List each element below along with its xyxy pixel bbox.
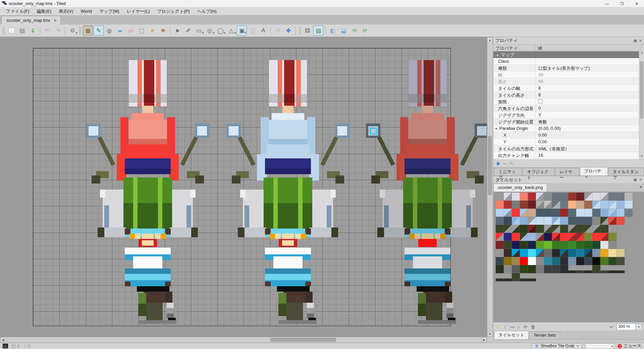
tileset-tile[interactable]: [544, 193, 552, 201]
shoebox-tile-grab-button[interactable]: ⊞ ShoeBox Tile Grab ▼: [532, 343, 582, 349]
tileset-tile[interactable]: [528, 241, 536, 249]
tileset-tile[interactable]: [625, 209, 633, 217]
tileset-tile[interactable]: [560, 241, 568, 249]
zoom-dropdown-icon[interactable]: ▼: [636, 323, 642, 330]
bucket-fill-tool-icon[interactable]: ◍: [104, 26, 114, 36]
tileset-tile[interactable]: [504, 209, 512, 217]
tileset-tile[interactable]: [552, 241, 560, 249]
terrain-brush-tool-icon[interactable]: ✎: [94, 26, 104, 36]
tileset-tile[interactable]: [512, 241, 520, 249]
flip-horizontal-button-icon[interactable]: ◧: [328, 26, 338, 36]
tileset-tile[interactable]: [528, 225, 536, 233]
property-row-4[interactable]: タイルの幅8: [493, 85, 644, 92]
tileset-tile[interactable]: [544, 265, 552, 273]
save-button-icon[interactable]: ⇓: [28, 26, 38, 36]
tileset-tile[interactable]: [560, 265, 568, 273]
rotate-left-button-icon[interactable]: ⟲: [349, 26, 359, 36]
tileset-tile[interactable]: [536, 193, 544, 201]
tileset-tile[interactable]: [536, 201, 544, 209]
tileset-tile[interactable]: [625, 201, 633, 209]
tileset-tile[interactable]: [616, 209, 625, 217]
tileset-tile[interactable]: [584, 209, 592, 217]
tileset-tile[interactable]: [560, 233, 568, 241]
float-panel-icon[interactable]: ▣: [633, 39, 637, 43]
minimize-button[interactable]: —: [600, 0, 614, 7]
tileset-tile[interactable]: [552, 209, 560, 217]
edit-property-button[interactable]: ✎: [509, 161, 514, 166]
insert-tile-tool-icon[interactable]: ▣▼: [237, 26, 247, 36]
tileset-tile[interactable]: [600, 257, 608, 265]
tileset-tile[interactable]: [592, 201, 600, 209]
tileset-tile[interactable]: [560, 225, 568, 233]
dock-tab-1[interactable]: オブジェクト: [523, 168, 554, 176]
tileset-tile[interactable]: [528, 249, 536, 257]
properties-scrollbar[interactable]: ▲▼: [639, 51, 644, 159]
edit-polygons-tool-icon[interactable]: ✐: [183, 26, 193, 36]
tileset-tile[interactable]: [520, 193, 528, 201]
tileset-tile[interactable]: [496, 265, 504, 273]
tileset-tile[interactable]: [504, 193, 512, 201]
hscroll-thumb[interactable]: [270, 338, 336, 342]
tileset-tile[interactable]: [584, 249, 592, 257]
tileset-tile[interactable]: [520, 241, 528, 249]
tileset-tile[interactable]: [584, 241, 592, 249]
toolbar-drag-handle[interactable]: [299, 27, 301, 35]
property-row-6[interactable]: 無限: [493, 98, 644, 105]
tileset-view[interactable]: [493, 192, 644, 322]
tileset-tile[interactable]: [520, 209, 528, 217]
tileset-tile[interactable]: [544, 201, 552, 209]
tileset-tile[interactable]: [528, 257, 536, 265]
close-panel-icon[interactable]: ✕: [639, 39, 642, 43]
tileset-tile[interactable]: [608, 270, 616, 273]
tileset-tile[interactable]: [520, 233, 528, 241]
tileset-tile[interactable]: [528, 217, 536, 225]
insert-rectangle-tool-icon[interactable]: ▭▼: [194, 26, 204, 36]
tileset-tile[interactable]: [496, 279, 504, 281]
tileset-tile[interactable]: [616, 193, 625, 201]
dock-tab-3[interactable]: プロパティ: [580, 167, 608, 176]
tileset-tile[interactable]: [576, 209, 584, 217]
vscroll-thumb[interactable]: [488, 136, 492, 195]
tileset-tile[interactable]: [625, 193, 633, 201]
tileset-tile[interactable]: [512, 201, 520, 209]
toolbar-drag-handle[interactable]: [2, 27, 5, 35]
tileset-tile[interactable]: [584, 257, 592, 265]
same-tile-select-tool-icon[interactable]: ❖: [158, 26, 168, 36]
tileset-tile[interactable]: [600, 241, 608, 249]
menu-item-6[interactable]: プロジェクト(P): [154, 7, 193, 15]
tileset-tile[interactable]: [560, 201, 568, 209]
tileset-tile[interactable]: [576, 201, 584, 209]
property-row-1[interactable]: 種類口型タイル(長方形マップ): [493, 65, 644, 71]
tileset-tile[interactable]: [496, 249, 504, 257]
tileset-tile[interactable]: [584, 201, 592, 209]
dock-tab-4[interactable]: タイルスタンプ: [608, 168, 644, 176]
scroll-down-icon[interactable]: ▼: [487, 332, 492, 337]
tileset-tile[interactable]: [504, 217, 512, 225]
tileset-tile[interactable]: [544, 225, 552, 233]
tileset-tile[interactable]: [568, 201, 576, 209]
magic-wand-tool-icon[interactable]: ✶: [147, 26, 157, 36]
tileset-tile[interactable]: [584, 233, 592, 241]
flip-vertical-button-icon[interactable]: ⬓: [338, 26, 348, 36]
stamp-brush-tool-icon[interactable]: ▦: [83, 26, 93, 36]
tileset-tile[interactable]: [512, 225, 520, 233]
tileset-tile[interactable]: [552, 249, 560, 257]
tileset-tile[interactable]: [520, 217, 528, 225]
tileset-tile[interactable]: [496, 217, 504, 225]
canvas-horizontal-scrollbar[interactable]: ◀ ▶: [0, 337, 487, 343]
property-row-5[interactable]: タイルの高さ8: [493, 92, 644, 98]
tileset-tile[interactable]: [560, 193, 568, 201]
tileset-tile[interactable]: [520, 201, 528, 209]
tileset-tile[interactable]: [592, 209, 600, 217]
tileset-tile[interactable]: [608, 233, 616, 241]
tileset-file-tab[interactable]: scooter_only_bank.png: [493, 184, 547, 192]
tileset-close-icon[interactable]: ✕: [639, 178, 642, 182]
tileset-tile[interactable]: [504, 257, 512, 265]
eraser-tool-icon[interactable]: ▱: [126, 26, 136, 36]
tileset-tile[interactable]: [592, 225, 600, 233]
property-row-12[interactable]: Y0.00: [493, 139, 644, 145]
tileset-tile[interactable]: [496, 201, 504, 209]
random-mode-button-icon[interactable]: ⚄: [303, 26, 313, 36]
canvas-vertical-scrollbar[interactable]: ▲ ▼: [487, 37, 493, 337]
tileset-tile[interactable]: [544, 233, 552, 241]
